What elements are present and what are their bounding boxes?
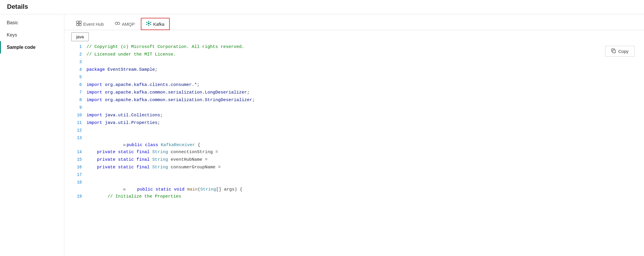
line-num-11: 11 (71, 120, 82, 126)
line-content-9 (86, 104, 637, 111)
line-content-1: // Copyright (c) Microsoft Corporation. … (86, 44, 637, 51)
line-num-16: 16 (71, 164, 82, 170)
svg-rect-2 (77, 24, 79, 26)
line-content-6: import org.apache.kafka.clients.consumer… (86, 82, 637, 89)
line-num-13: 13 (71, 135, 82, 141)
language-tabs: java (64, 30, 644, 41)
code-line-18: 18 ⊟ public static void main(String[] ar… (71, 179, 637, 193)
line-content-8: import org.apache.kafka.common.serializa… (86, 97, 637, 104)
sidebar-item-keys[interactable]: Keys (0, 29, 64, 41)
sidebar-item-sample-code[interactable]: Sample code (0, 41, 64, 53)
line-content-19: // Initialize the Properties (86, 193, 637, 200)
code-line-8: 8 import org.apache.kafka.common.seriali… (71, 97, 637, 104)
app-container: Details Basic Keys Sample code (0, 0, 644, 256)
line-num-19: 19 (71, 193, 82, 200)
code-line-7: 7 import org.apache.kafka.common.seriali… (71, 89, 637, 97)
line-content-10: import java.util.Collections; (86, 112, 637, 119)
copy-button-label: Copy (618, 49, 629, 54)
main-layout: Basic Keys Sample code Event H (0, 14, 644, 256)
top-bar: Details (0, 0, 644, 14)
line-num-4: 4 (71, 66, 82, 73)
line-content-11: import java.util.Properties; (86, 120, 637, 127)
kafka-icon (146, 21, 151, 27)
code-line-14: 14 private static final String connectio… (71, 149, 637, 156)
tab-amqp[interactable]: AMQP (110, 18, 140, 30)
line-content-15: private static final String eventHubName… (86, 156, 637, 163)
code-line-3: 3 (71, 59, 637, 66)
tab-amqp-label: AMQP (122, 22, 135, 27)
code-line-17: 17 (71, 172, 637, 179)
code-line-15: 15 private static final String eventHubN… (71, 156, 637, 164)
line-num-6: 6 (71, 82, 82, 88)
tab-kafka[interactable]: Kafka (141, 18, 169, 30)
svg-point-4 (115, 22, 117, 25)
content-area: Event Hub AMQP (64, 14, 644, 256)
code-line-11: 11 import java.util.Properties; (71, 120, 637, 127)
line-num-7: 7 (71, 89, 82, 96)
svg-rect-19 (613, 50, 615, 53)
line-content-3 (86, 59, 637, 66)
svg-rect-0 (77, 21, 79, 23)
svg-point-10 (150, 22, 151, 23)
code-line-4: 4 package EventStream.Sample; (71, 66, 637, 74)
tab-kafka-label: Kafka (153, 22, 164, 27)
line-num-2: 2 (71, 51, 82, 58)
line-content-18: ⊟ public static void main(String[] args)… (86, 179, 637, 193)
code-line-9: 9 (71, 104, 637, 112)
line-content-7: import org.apache.kafka.common.serializa… (86, 89, 637, 96)
line-num-12: 12 (71, 127, 82, 134)
copy-button[interactable]: Copy (605, 46, 635, 57)
line-content-13: ⊟public class KafkaReceiver { (86, 135, 637, 149)
sidebar: Basic Keys Sample code (0, 14, 64, 256)
svg-point-8 (148, 25, 149, 26)
svg-point-11 (146, 24, 147, 25)
code-line-1: 1 // Copyright (c) Microsoft Corporation… (71, 44, 637, 51)
code-line-5: 5 (71, 74, 637, 82)
line-content-17 (86, 172, 637, 179)
line-content-16: private static final String consumerGrou… (86, 164, 637, 171)
svg-point-5 (117, 22, 120, 25)
line-num-8: 8 (71, 97, 82, 103)
code-line-16: 16 private static final String consumerG… (71, 164, 637, 172)
fold-btn-13[interactable]: ⊟ (123, 143, 125, 147)
code-line-2: 2 // Licensed under the MIT License. (71, 51, 637, 59)
code-wrapper: Copy 1 // Copyright (c) Microsoft Corpor… (64, 41, 644, 256)
line-num-5: 5 (71, 74, 82, 80)
code-line-13: 13 ⊟public class KafkaReceiver { (71, 135, 637, 149)
line-num-3: 3 (71, 59, 82, 65)
sidebar-item-basic[interactable]: Basic (0, 17, 64, 29)
line-num-10: 10 (71, 112, 82, 118)
copy-icon (611, 49, 616, 54)
tab-event-hub-label: Event Hub (83, 22, 104, 27)
line-content-5 (86, 74, 637, 81)
tab-event-hub[interactable]: Event Hub (71, 18, 109, 30)
line-content-14: private static final String connectionSt… (86, 149, 637, 156)
line-num-1: 1 (71, 44, 82, 50)
svg-rect-3 (79, 24, 81, 26)
line-num-14: 14 (71, 149, 82, 155)
amqp-icon (115, 21, 120, 27)
svg-point-12 (150, 24, 151, 25)
line-content-2: // Licensed under the MIT License. (86, 51, 637, 58)
line-content-12 (86, 127, 637, 134)
svg-point-9 (146, 22, 147, 23)
code-block: 1 // Copyright (c) Microsoft Corporation… (64, 44, 644, 254)
svg-point-7 (148, 21, 149, 22)
line-num-17: 17 (71, 172, 82, 178)
fold-btn-18[interactable]: ⊟ (123, 188, 125, 192)
code-line-12: 12 (71, 127, 637, 135)
event-hub-icon (76, 21, 82, 27)
lang-tab-java[interactable]: java (71, 32, 89, 41)
line-content-4: package EventStream.Sample; (86, 66, 637, 73)
protocol-tabs: Event Hub AMQP (64, 14, 644, 30)
svg-rect-1 (79, 21, 81, 23)
line-num-15: 15 (71, 156, 82, 163)
code-line-6: 6 import org.apache.kafka.clients.consum… (71, 82, 637, 89)
code-line-19: 19 // Initialize the Properties (71, 193, 637, 201)
line-num-18: 18 (71, 179, 82, 186)
line-num-9: 9 (71, 104, 82, 111)
code-line-10: 10 import java.util.Collections; (71, 112, 637, 120)
page-title: Details (7, 3, 28, 14)
